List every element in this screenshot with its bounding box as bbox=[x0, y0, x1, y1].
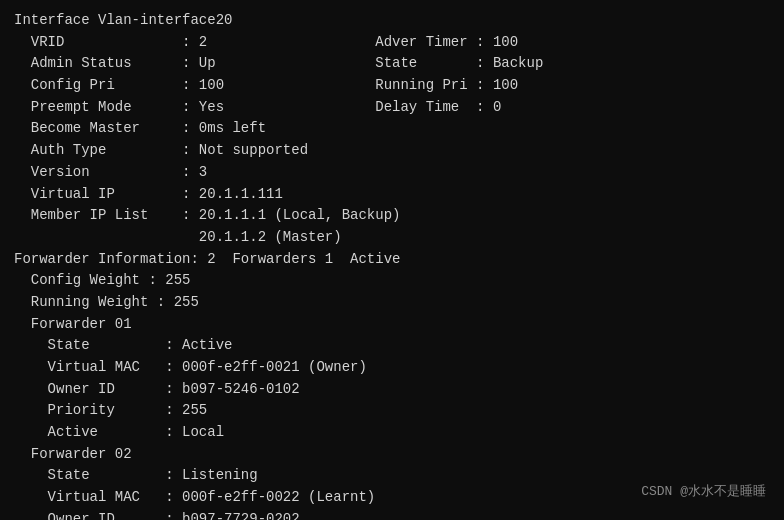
terminal-line: Virtual MAC : 000f-e2ff-0021 (Owner) bbox=[14, 357, 770, 379]
terminal-line: VRID : 2 Adver Timer : 100 bbox=[14, 32, 770, 54]
terminal-line: Forwarder Information: 2 Forwarders 1 Ac… bbox=[14, 249, 770, 271]
terminal-line: Owner ID : b097-5246-0102 bbox=[14, 379, 770, 401]
terminal-line: Admin Status : Up State : Backup bbox=[14, 53, 770, 75]
terminal-window: Interface Vlan-interface20 VRID : 2 Adve… bbox=[0, 0, 784, 520]
terminal-line: Priority : 255 bbox=[14, 400, 770, 422]
terminal-line: Version : 3 bbox=[14, 162, 770, 184]
terminal-line: Preempt Mode : Yes Delay Time : 0 bbox=[14, 97, 770, 119]
terminal-content: Interface Vlan-interface20 VRID : 2 Adve… bbox=[14, 10, 770, 520]
terminal-line: Member IP List : 20.1.1.1 (Local, Backup… bbox=[14, 205, 770, 227]
terminal-line: Config Weight : 255 bbox=[14, 270, 770, 292]
terminal-line: Become Master : 0ms left bbox=[14, 118, 770, 140]
terminal-line: Interface Vlan-interface20 bbox=[14, 10, 770, 32]
terminal-line: Forwarder 02 bbox=[14, 444, 770, 466]
terminal-line: Config Pri : 100 Running Pri : 100 bbox=[14, 75, 770, 97]
terminal-line: State : Active bbox=[14, 335, 770, 357]
terminal-line: Virtual IP : 20.1.1.111 bbox=[14, 184, 770, 206]
terminal-line: Owner ID : b097-7729-0202 bbox=[14, 509, 770, 520]
terminal-line: Auth Type : Not supported bbox=[14, 140, 770, 162]
terminal-line: Forwarder 01 bbox=[14, 314, 770, 336]
terminal-line: Running Weight : 255 bbox=[14, 292, 770, 314]
watermark: CSDN @水水不是睡睡 bbox=[641, 482, 766, 502]
terminal-line: 20.1.1.2 (Master) bbox=[14, 227, 770, 249]
terminal-line: Active : Local bbox=[14, 422, 770, 444]
